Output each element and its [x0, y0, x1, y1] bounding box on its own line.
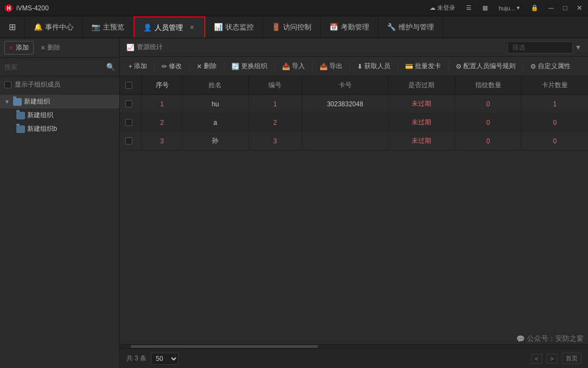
filter-icon[interactable]: ▼: [575, 44, 581, 51]
separator: [224, 62, 224, 71]
action-change-group-btn[interactable]: 🔄 更换组织: [227, 59, 272, 73]
row-finger: 0: [455, 113, 521, 132]
event-icon: 🔔: [34, 23, 42, 31]
grid-icon: ⊞: [9, 22, 16, 32]
nav-access-label: 访问控制: [283, 22, 311, 32]
action-add-btn[interactable]: + 添加: [124, 59, 151, 73]
layout-btn[interactable]: ▦: [480, 3, 491, 13]
separator: [397, 62, 398, 71]
row-checkbox[interactable]: [125, 137, 132, 144]
row-expired: 未过期: [388, 95, 455, 113]
search-icon[interactable]: 🔍: [106, 63, 115, 71]
titlebar-left: H iVMS-4200: [4, 4, 48, 13]
import-icon: 📥: [282, 63, 290, 70]
horizontal-scrollbar[interactable]: [120, 344, 588, 348]
table-row[interactable]: 3 孙 3 未过期 0 0: [120, 132, 588, 150]
nav-person[interactable]: 👤 人员管理 ✕: [133, 16, 205, 38]
select-all-checkbox[interactable]: [125, 82, 132, 89]
stats-title: 资源统计: [137, 43, 163, 52]
lock-icon: 🔒: [531, 4, 538, 11]
add-org-button[interactable]: + 添加: [4, 41, 34, 55]
layout-icon: ▦: [482, 4, 488, 11]
action-export-btn[interactable]: 📤 导出: [315, 59, 347, 73]
search-input[interactable]: [4, 63, 104, 71]
nav-maintenance-label: 维护与管理: [399, 22, 434, 32]
tree-root-item[interactable]: ▼ 新建组织: [0, 95, 119, 108]
row-checkbox[interactable]: [125, 119, 132, 126]
prev-page-btn[interactable]: <: [531, 354, 542, 364]
svg-text:H: H: [7, 5, 10, 11]
action-batch-card-btn[interactable]: 💳 批量发卡: [401, 59, 445, 73]
menu-btn[interactable]: ☰: [463, 3, 474, 13]
action-edit-btn[interactable]: ✏ 修改: [157, 59, 186, 73]
user-btn[interactable]: huju... ▾: [496, 3, 523, 13]
cloud-status-btn[interactable]: ☁ 未登录: [427, 3, 458, 13]
tree-child-item-2[interactable]: 新建组织b: [0, 122, 119, 136]
close-btn[interactable]: ✕: [575, 4, 584, 13]
delete-org-button[interactable]: ✕ 删除: [36, 41, 65, 54]
cloud-icon: ☁: [430, 4, 436, 11]
folder-icon: [16, 125, 25, 133]
chevron-down-icon: ▾: [517, 4, 520, 11]
filter-input[interactable]: [507, 41, 573, 53]
menu-icon: ☰: [466, 4, 471, 11]
col-header-expired: 是否过期: [388, 76, 455, 95]
action-fetch-btn[interactable]: ⬇ 获取人员: [353, 59, 395, 73]
page-size-select[interactable]: 50 100 200: [151, 353, 179, 365]
custom-attr-icon: ⚙: [530, 63, 536, 70]
col-header-finger: 指纹数量: [455, 76, 521, 95]
nav-person-close[interactable]: ✕: [188, 24, 195, 32]
next-page-btn[interactable]: >: [547, 354, 558, 364]
nav-access[interactable]: 🚪 访问控制: [263, 16, 321, 38]
nav-maintenance[interactable]: 🔧 维护与管理: [378, 16, 443, 38]
action-change-group-label: 更换组织: [241, 62, 267, 71]
row-cardcount: 0: [522, 132, 588, 150]
nav-attendance[interactable]: 📅 考勤管理: [321, 16, 378, 38]
person-table: 序号 姓名 编号 卡号 是否过期 指纹数量 卡片数量 1 hu 1 302383…: [120, 76, 588, 150]
row-seq: 3: [142, 132, 182, 150]
cloud-label: 未登录: [437, 4, 455, 12]
config-rule-icon: ⚙: [456, 63, 462, 70]
action-config-rule-btn[interactable]: ⚙ 配置人员编号规则: [451, 59, 520, 73]
separator: [274, 62, 275, 71]
col-header-name: 姓名: [182, 76, 248, 95]
row-code: 3: [249, 132, 302, 150]
action-delete-btn[interactable]: ✕ 删除: [192, 59, 221, 73]
action-toolbar: + 添加 ✏ 修改 ✕ 删除 🔄 更换组织 📥 导入: [120, 57, 588, 76]
action-custom-attr-btn[interactable]: ⚙ 自定义属性: [526, 59, 575, 73]
delete-icon: ✕: [197, 63, 202, 70]
bottom-bar: 共 3 条 50 100 200 < > 首页: [120, 348, 588, 368]
main-area: + 添加 ✕ 删除 🔍 显示子组织成员 ▼ 新建组织: [0, 38, 588, 368]
folder-icon: [13, 98, 22, 106]
row-name: 孙: [182, 132, 248, 150]
action-delete-label: 删除: [204, 62, 217, 71]
right-panel: 📈 资源统计 ▼ + 添加 ✏ 修改 ✕ 删除 🔄: [120, 38, 588, 368]
row-seq: 1: [142, 95, 182, 113]
lock-btn[interactable]: 🔒: [528, 3, 541, 13]
nav-status[interactable]: 📊 状态监控: [205, 16, 263, 38]
stats-icon: 📈: [126, 44, 134, 51]
row-code: 1: [249, 95, 302, 113]
action-export-label: 导出: [329, 62, 342, 71]
tree-expand-arrow[interactable]: ▼: [4, 99, 11, 105]
nav-preview[interactable]: 📷 主预览: [83, 16, 133, 38]
table-row[interactable]: 2 a 2 未过期 0 0: [120, 113, 588, 132]
first-page-btn[interactable]: 首页: [562, 353, 581, 364]
tree-child-label-2: 新建组织b: [27, 124, 57, 134]
action-import-btn[interactable]: 📥 导入: [278, 59, 309, 73]
minimize-btn[interactable]: ─: [547, 4, 555, 13]
left-panel: + 添加 ✕ 删除 🔍 显示子组织成员 ▼ 新建组织: [0, 38, 120, 368]
nav-event[interactable]: 🔔 事件中心: [25, 16, 83, 38]
maximize-btn[interactable]: □: [561, 4, 569, 13]
app-title: iVMS-4200: [16, 4, 48, 12]
table-row[interactable]: 1 hu 1 3023832048 未过期 0 1: [120, 95, 588, 113]
batch-card-icon: 💳: [405, 63, 413, 70]
separator: [312, 62, 313, 71]
tree-child-item-1[interactable]: 新建组织: [0, 108, 119, 122]
delete-icon: ✕: [40, 44, 46, 52]
nav-grid[interactable]: ⊞: [0, 16, 25, 38]
row-seq: 2: [142, 113, 182, 132]
col-header-checkbox: [120, 76, 142, 95]
row-checkbox[interactable]: [125, 100, 132, 107]
show-subgroup-checkbox[interactable]: [4, 81, 11, 88]
